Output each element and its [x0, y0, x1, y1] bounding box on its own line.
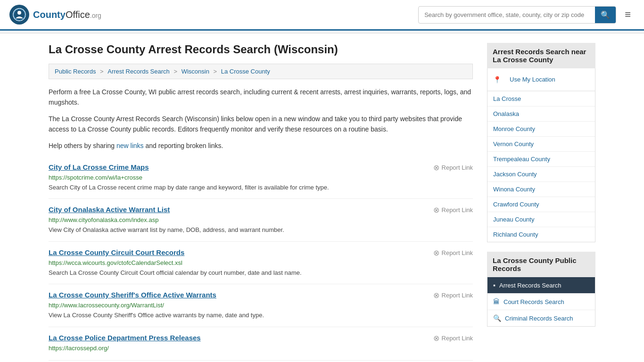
nearby-link-jackson[interactable]: Jackson County	[487, 167, 595, 181]
resource-title-3[interactable]: La Crosse County Sheriff's Office Active…	[49, 291, 216, 299]
resource-title-1[interactable]: City of Onalaska Active Warrant List	[49, 206, 170, 214]
nearby-vernon: Vernon County	[487, 137, 595, 152]
pubrecord-court-label: Court Records Search	[504, 298, 564, 305]
nearby-jackson: Jackson County	[487, 167, 595, 182]
breadcrumb-sep-3: >	[214, 68, 219, 75]
nearby-link-onalaska[interactable]: Onalaska	[487, 107, 595, 121]
nearby-section: Arrest Records Search near La Crosse Cou…	[487, 43, 595, 242]
report-icon-1: ⊗	[433, 206, 439, 214]
resource-item: City of Onalaska Active Warrant List ⊗ R…	[49, 199, 473, 242]
report-link-0[interactable]: ⊗ Report Link	[433, 163, 473, 172]
use-location-item: 📍 Use My Location	[487, 68, 595, 91]
breadcrumb-public-records[interactable]: Public Records	[55, 68, 96, 75]
report-link-1[interactable]: ⊗ Report Link	[433, 206, 473, 214]
nearby-onalaska: Onalaska	[487, 107, 595, 122]
resource-title-2[interactable]: La Crosse County Circuit Court Records	[49, 248, 184, 256]
logo-text: CountyOffice.org	[33, 9, 101, 20]
nearby-richland: Richland County	[487, 227, 595, 242]
sidebar: Arrest Records Search near La Crosse Cou…	[487, 43, 595, 361]
report-link-3[interactable]: ⊗ Report Link	[433, 291, 473, 300]
nearby-crawford: Crawford County	[487, 197, 595, 212]
use-location-link[interactable]: Use My Location	[504, 72, 561, 87]
pubrecord-criminal-label: Criminal Records Search	[505, 315, 573, 322]
breadcrumb-wisconsin[interactable]: Wisconsin	[182, 68, 209, 75]
header: CountyOffice.org 🔍 ≡	[0, 0, 644, 31]
public-records-list: ▪ Arrest Records Search 🏛 Court Records …	[487, 277, 595, 327]
resource-url-3: http://www.lacrossecounty.org/WarrantLis…	[49, 302, 473, 309]
breadcrumb-lacrosse[interactable]: La Crosse County	[221, 68, 270, 75]
resource-title-4[interactable]: La Crosse Police Department Press Releas…	[49, 334, 201, 342]
report-label-2: Report Link	[442, 249, 473, 256]
nearby-lacrosse: La Crosse	[487, 91, 595, 107]
nearby-link-lacrosse[interactable]: La Crosse	[487, 91, 595, 106]
logo[interactable]: CountyOffice.org	[9, 5, 101, 25]
pubrecord-arrest-link[interactable]: ▪ Arrest Records Search	[487, 277, 595, 293]
nearby-link-winona[interactable]: Winona County	[487, 182, 595, 197]
nearby-winona: Winona County	[487, 182, 595, 197]
svg-point-1	[17, 11, 21, 15]
pubrecord-arrest: ▪ Arrest Records Search	[487, 277, 595, 294]
nearby-juneau: Juneau County	[487, 212, 595, 227]
resource-item: La Crosse County Sheriff's Office Active…	[49, 284, 473, 327]
breadcrumb-arrest-records[interactable]: Arrest Records Search	[107, 68, 170, 75]
pubrecord-criminal-link[interactable]: 🔍 Criminal Records Search	[487, 310, 595, 326]
nearby-link-richland[interactable]: Richland County	[487, 227, 595, 242]
report-icon-3: ⊗	[433, 291, 439, 300]
resource-desc-2: Search La Crosse County Circuit Court of…	[49, 268, 473, 278]
header-right: 🔍 ≡	[418, 6, 635, 24]
report-icon-0: ⊗	[433, 163, 439, 172]
report-label-4: Report Link	[442, 335, 473, 342]
search-button[interactable]: 🔍	[595, 7, 616, 23]
report-icon-4: ⊗	[433, 334, 439, 343]
breadcrumb-sep-1: >	[100, 68, 105, 75]
description-para2: The La Crosse County Arrest Records Sear…	[49, 114, 473, 135]
search-box: 🔍	[418, 6, 616, 24]
page-title: La Crosse County Arrest Records Search (…	[49, 43, 473, 56]
pubrecord-criminal: 🔍 Criminal Records Search	[487, 310, 595, 326]
resource-desc-3: View La Crosse County Sheriff's Office a…	[49, 311, 473, 320]
resource-title-0[interactable]: City of La Crosse Crime Maps	[49, 163, 149, 171]
description-para3: Help others by sharing new links and rep…	[49, 140, 473, 151]
report-icon-2: ⊗	[433, 248, 439, 257]
pubrecord-court: 🏛 Court Records Search	[487, 294, 595, 310]
resource-desc-0: Search City of La Crosse recent crime ma…	[49, 183, 473, 192]
main-container: La Crosse County Arrest Records Search (…	[39, 33, 605, 362]
search-input[interactable]	[419, 8, 595, 22]
nearby-link-crawford[interactable]: Crawford County	[487, 197, 595, 212]
logo-icon	[9, 5, 29, 25]
resource-url-2: https://wcca.wicourts.gov/ctofcCalendarS…	[49, 259, 473, 266]
public-records-header: La Crosse County Public Records	[487, 252, 595, 277]
new-links-link[interactable]: new links	[116, 142, 144, 149]
resource-list: City of La Crosse Crime Maps ⊗ Report Li…	[49, 156, 473, 361]
content: La Crosse County Arrest Records Search (…	[49, 43, 473, 361]
breadcrumb: Public Records > Arrest Records Search >…	[49, 64, 473, 79]
resource-url-4: https://lacrossepd.org/	[49, 345, 473, 352]
menu-button[interactable]: ≡	[621, 7, 635, 23]
nearby-link-monroe[interactable]: Monroe County	[487, 122, 595, 136]
description-para1: Perform a free La Crosse County, WI publ…	[49, 87, 473, 108]
nearby-link-vernon[interactable]: Vernon County	[487, 137, 595, 151]
resource-item: City of La Crosse Crime Maps ⊗ Report Li…	[49, 156, 473, 199]
nearby-link-trempealeau[interactable]: Trempealeau County	[487, 152, 595, 166]
report-label-1: Report Link	[442, 206, 473, 214]
resource-desc-1: View City of Onalaska active warrant lis…	[49, 225, 473, 235]
resource-item: La Crosse Police Department Press Releas…	[49, 327, 473, 361]
nearby-list: 📍 Use My Location La Crosse Onalaska Mon…	[487, 68, 595, 242]
report-label-0: Report Link	[442, 164, 473, 171]
report-link-2[interactable]: ⊗ Report Link	[433, 248, 473, 257]
arrest-icon: ▪	[493, 281, 495, 289]
pubrecord-court-link[interactable]: 🏛 Court Records Search	[487, 294, 595, 310]
resource-item: La Crosse County Circuit Court Records ⊗…	[49, 242, 473, 285]
resource-url-0: https://spotcrime.com/wi/la+crosse	[49, 174, 473, 181]
report-link-4[interactable]: ⊗ Report Link	[433, 334, 473, 343]
criminal-icon: 🔍	[493, 314, 501, 322]
nearby-header: Arrest Records Search near La Crosse Cou…	[487, 43, 595, 68]
nearby-link-juneau[interactable]: Juneau County	[487, 212, 595, 227]
report-label-3: Report Link	[442, 292, 473, 299]
court-icon: 🏛	[493, 298, 500, 305]
public-records-section: La Crosse County Public Records ▪ Arrest…	[487, 252, 595, 327]
resource-url-1: http://www.cityofonalaska.com/index.asp	[49, 216, 473, 223]
pin-icon: 📍	[493, 76, 501, 83]
nearby-monroe: Monroe County	[487, 122, 595, 137]
pubrecord-arrest-label: Arrest Records Search	[499, 282, 561, 289]
